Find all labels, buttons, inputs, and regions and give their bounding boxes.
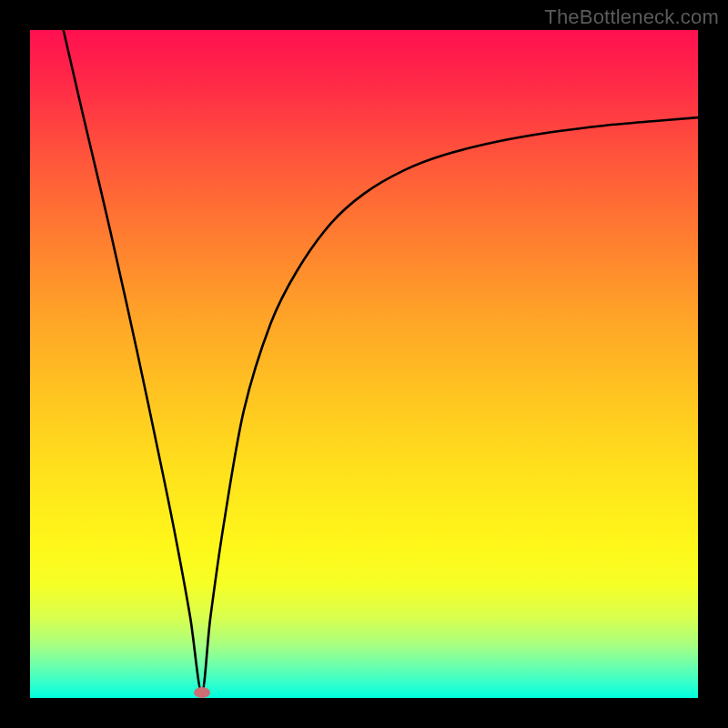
plot-area (30, 30, 698, 698)
minimum-marker (194, 687, 210, 698)
chart-frame: TheBottleneck.com (0, 0, 728, 728)
curve-line (30, 30, 698, 698)
watermark-text: TheBottleneck.com (544, 5, 719, 29)
